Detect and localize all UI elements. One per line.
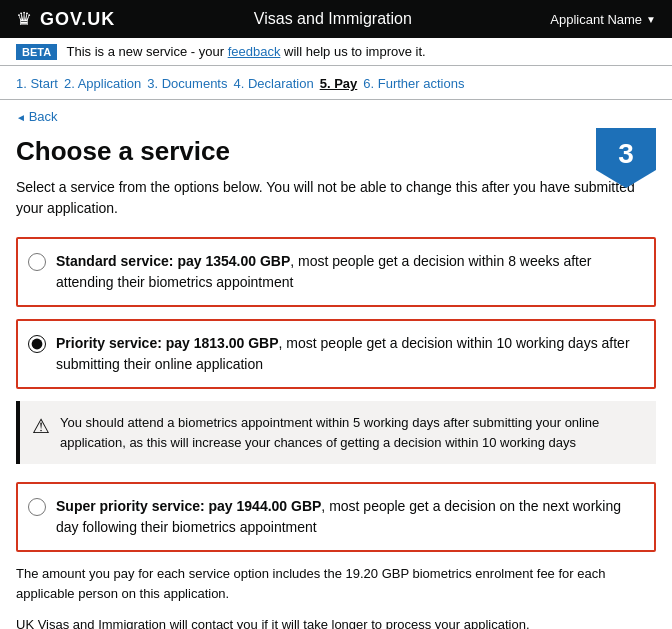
super-label-bold: Super priority service: pay 1944.00 GBP <box>56 498 321 514</box>
beta-text: This is a new service - your <box>67 44 225 59</box>
nav-step-pay: 5. Pay <box>320 76 358 99</box>
nav-step-declaration-link[interactable]: 4. Declaration <box>233 76 313 91</box>
warning-icon: ⚠ <box>32 414 50 438</box>
main-content: 3 Choose a service Select a service from… <box>0 128 672 629</box>
site-header: ♛ GOV.UK Visas and Immigration Applicant… <box>0 0 672 38</box>
super-label[interactable]: Super priority service: pay 1944.00 GBP,… <box>56 496 642 538</box>
service-option-super[interactable]: Super priority service: pay 1944.00 GBP,… <box>16 482 656 552</box>
page-description: Select a service from the options below.… <box>16 177 656 219</box>
beta-tag: BETA <box>16 44 57 60</box>
nav-step-further[interactable]: 6. Further actions <box>363 76 464 99</box>
step-number: 3 <box>618 138 634 178</box>
priority-label-bold: Priority service: pay 1813.00 GBP <box>56 335 279 351</box>
user-menu[interactable]: Applicant Name ▼ <box>550 12 656 27</box>
nav-step-application-link[interactable]: 2. Application <box>64 76 141 91</box>
beta-banner: BETA This is a new service - your feedba… <box>0 38 672 66</box>
crown-icon: ♛ <box>16 8 32 30</box>
nav-step-start[interactable]: 1. Start <box>16 76 58 99</box>
footnote-1: The amount you pay for each service opti… <box>16 564 656 603</box>
site-title: Visas and Immigration <box>115 10 550 28</box>
warning-box: ⚠ You should attend a biometrics appoint… <box>16 401 656 464</box>
super-radio[interactable] <box>28 498 46 516</box>
priority-label[interactable]: Priority service: pay 1813.00 GBP, most … <box>56 333 642 375</box>
nav-step-application[interactable]: 2. Application <box>64 76 141 99</box>
nav-step-documents-link[interactable]: 3. Documents <box>147 76 227 91</box>
progress-nav: 1. Start 2. Application 3. Documents 4. … <box>0 66 672 100</box>
nav-step-further-link[interactable]: 6. Further actions <box>363 76 464 91</box>
step-list: 1. Start 2. Application 3. Documents 4. … <box>16 76 656 99</box>
back-link[interactable]: Back <box>16 109 58 124</box>
page-title: Choose a service <box>16 136 656 167</box>
back-section: Back <box>0 100 672 128</box>
standard-label[interactable]: Standard service: pay 1354.00 GBP, most … <box>56 251 642 293</box>
warning-text: You should attend a biometrics appointme… <box>60 413 644 452</box>
standard-label-bold: Standard service: pay 1354.00 GBP <box>56 253 290 269</box>
feedback-link[interactable]: feedback <box>228 44 281 59</box>
chevron-shape: 3 <box>596 128 656 188</box>
service-option-priority[interactable]: Priority service: pay 1813.00 GBP, most … <box>16 319 656 389</box>
beta-text2: will help us to improve it. <box>284 44 426 59</box>
priority-radio[interactable] <box>28 335 46 353</box>
step-badge: 3 <box>596 128 656 198</box>
nav-step-declaration[interactable]: 4. Declaration <box>233 76 313 99</box>
service-option-standard[interactable]: Standard service: pay 1354.00 GBP, most … <box>16 237 656 307</box>
user-name: Applicant Name <box>550 12 642 27</box>
footnote-2: UK Visas and Immigration will contact yo… <box>16 615 656 629</box>
nav-step-start-link[interactable]: 1. Start <box>16 76 58 91</box>
gov-uk-logo: GOV.UK <box>40 9 115 30</box>
standard-radio[interactable] <box>28 253 46 271</box>
logo-area: ♛ GOV.UK <box>16 8 115 30</box>
nav-step-documents[interactable]: 3. Documents <box>147 76 227 99</box>
user-dropdown-arrow: ▼ <box>646 14 656 25</box>
